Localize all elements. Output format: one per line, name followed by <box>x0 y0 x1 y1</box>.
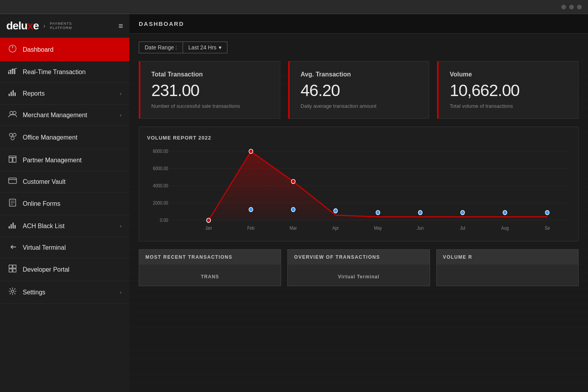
sidebar-item-office-management[interactable]: Office Management <box>0 126 129 149</box>
sidebar-item-settings[interactable]: Settings › <box>0 281 129 304</box>
svg-point-54 <box>291 180 295 184</box>
bottom-card-content-0: TRANS <box>139 265 281 286</box>
svg-rect-8 <box>15 93 16 96</box>
sidebar: deluxe › PAYMENTS PLATFORM ≡ Dashboard R… <box>0 14 129 392</box>
stat-desc-1: Daily average transaction amount <box>301 103 418 109</box>
svg-text:Jan: Jan <box>205 226 212 231</box>
sidebar-item-label-developer-portal: Developer Portal <box>23 266 69 273</box>
sidebar-item-label-virtual-terminal: Virtual Terminal <box>23 244 66 251</box>
merchant-management-icon <box>8 111 17 119</box>
svg-point-45 <box>291 207 295 212</box>
stat-desc-0: Number of successful sale transactions <box>151 103 269 109</box>
sidebar-item-label-merchant-management: Merchant Management <box>23 112 87 119</box>
sidebar-item-dashboard[interactable]: Dashboard <box>0 38 129 62</box>
sidebar-item-label-dashboard: Dashboard <box>23 46 53 53</box>
sidebar-item-real-time-transaction[interactable]: Real-Time Transaction <box>0 62 129 83</box>
trans-label-1: Virtual Terminal <box>294 271 423 279</box>
svg-point-48 <box>418 211 422 215</box>
svg-text:2000.00: 2000.00 <box>153 201 168 206</box>
svg-rect-25 <box>13 223 14 229</box>
svg-rect-2 <box>10 70 11 74</box>
date-range-label: Date Range : <box>139 42 183 53</box>
bottom-card-content-2 <box>437 265 578 280</box>
bottom-card-content-1: Virtual Terminal <box>288 265 429 286</box>
svg-rect-5 <box>9 94 10 96</box>
top-bar <box>0 0 588 14</box>
settings-icon <box>8 287 17 297</box>
svg-point-31 <box>11 290 14 292</box>
date-range-select[interactable]: Last 24 Hrs ▾ <box>183 42 228 53</box>
svg-rect-23 <box>9 226 10 229</box>
virtual-terminal-icon <box>8 243 17 252</box>
svg-point-50 <box>503 211 507 215</box>
svg-point-46 <box>334 209 338 213</box>
sidebar-item-reports[interactable]: Reports › <box>0 83 129 105</box>
sidebar-item-virtual-terminal[interactable]: Virtual Terminal <box>0 237 129 258</box>
svg-point-13 <box>11 137 14 140</box>
date-range-bar: Date Range : Last 24 Hrs ▾ <box>139 42 579 53</box>
svg-point-51 <box>545 211 549 215</box>
top-bar-controls <box>561 5 582 9</box>
chart-title: VOLUME REPORT 2022 <box>147 135 570 141</box>
svg-text:8000.00: 8000.00 <box>153 149 168 154</box>
hamburger-menu-icon[interactable]: ≡ <box>118 22 123 31</box>
stat-value-1: 46.20 <box>301 81 418 100</box>
logo: deluxe <box>6 20 39 32</box>
sidebar-item-label-real-time-transaction: Real-Time Transaction <box>23 69 85 76</box>
top-bar-circle-2 <box>569 5 574 9</box>
svg-text:May: May <box>374 226 382 231</box>
svg-text:Feb: Feb <box>247 226 255 231</box>
svg-text:Se: Se <box>544 226 550 231</box>
bottom-card-header-2: VOLUME R <box>437 250 578 265</box>
sidebar-item-ach-black-list[interactable]: ACH Black List › <box>0 215 129 237</box>
sidebar-item-merchant-management[interactable]: Merchant Management › <box>0 105 129 126</box>
sidebar-item-label-office-management: Office Management <box>23 134 77 141</box>
trans-label-0: TRANS <box>145 271 274 279</box>
top-bar-circle-3 <box>577 5 582 9</box>
stat-card-1: Avg. Transaction 46.20 Daily average tra… <box>288 61 430 119</box>
svg-point-12 <box>13 133 16 136</box>
svg-point-11 <box>9 133 13 136</box>
logo-accent: x <box>27 20 33 32</box>
svg-rect-30 <box>13 269 16 272</box>
logo-area: deluxe › PAYMENTS PLATFORM ≡ <box>0 14 129 38</box>
developer-portal-icon <box>8 265 17 274</box>
page-title: DASHBOARD <box>139 20 579 27</box>
bottom-card-volume: VOLUME R <box>436 249 579 286</box>
stat-value-2: 10,662.00 <box>450 81 567 100</box>
customer-vault-icon <box>8 178 17 186</box>
svg-text:0.00: 0.00 <box>160 218 168 223</box>
office-management-icon <box>8 132 17 143</box>
dashboard-icon <box>8 44 17 55</box>
nav-items: Dashboard Real-Time Transaction Reports … <box>0 38 129 304</box>
trans-label-2 <box>443 271 572 274</box>
svg-point-44 <box>249 207 253 212</box>
sidebar-item-label-partner-management: Partner Management <box>23 157 82 164</box>
svg-rect-1 <box>8 72 9 74</box>
svg-rect-26 <box>15 225 16 229</box>
partner-management-icon <box>8 156 17 165</box>
bottom-section: MOST RECENT TRANSACTIONS TRANS OVERVIEW … <box>139 249 579 286</box>
chevron-right-icon: › <box>120 112 122 118</box>
svg-rect-7 <box>13 90 14 96</box>
svg-text:6000.00: 6000.00 <box>153 166 168 171</box>
stat-value-0: 231.00 <box>151 81 269 100</box>
svg-point-49 <box>461 211 465 215</box>
real-time-transaction-icon <box>8 68 17 76</box>
sidebar-item-developer-portal[interactable]: Developer Portal <box>0 258 129 281</box>
sidebar-item-label-settings: Settings <box>23 289 45 296</box>
sidebar-item-customer-vault[interactable]: Customer Vault <box>0 171 129 192</box>
volume-chart: 8000.00 6000.00 4000.00 2000.00 0.00 <box>147 147 570 233</box>
stat-desc-2: Total volume of transactions <box>450 103 567 109</box>
svg-rect-16 <box>13 158 16 162</box>
bottom-card-header-0: MOST RECENT TRANSACTIONS <box>139 250 281 265</box>
svg-rect-29 <box>9 269 12 272</box>
chevron-right-icon: › <box>120 91 122 96</box>
bottom-card-most-recent-transactions: MOST RECENT TRANSACTIONS TRANS <box>139 249 281 286</box>
svg-text:Apr: Apr <box>332 226 339 231</box>
content-body: Date Range : Last 24 Hrs ▾ Total Transac… <box>129 34 588 392</box>
sidebar-item-online-forms[interactable]: Online Forms <box>0 192 129 215</box>
sidebar-item-partner-management[interactable]: Partner Management <box>0 149 129 171</box>
reports-icon <box>8 89 17 98</box>
svg-text:Aug: Aug <box>501 226 508 231</box>
